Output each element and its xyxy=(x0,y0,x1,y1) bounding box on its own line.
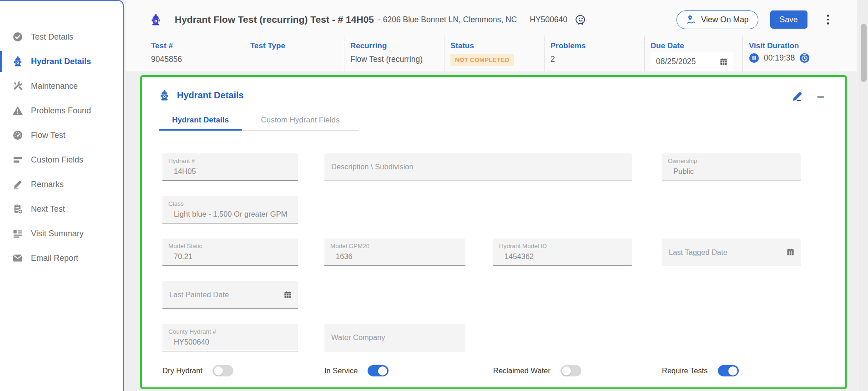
warning-icon xyxy=(12,105,23,116)
tab-custom-hydrant-fields[interactable]: Custom Hydrant Fields xyxy=(242,110,358,131)
recurring-value: Flow Test (recurring) xyxy=(350,55,444,65)
info-label: Due Date xyxy=(651,41,742,51)
class-field[interactable]: Class Light blue - 1,500 Or greater GPM xyxy=(162,196,298,223)
view-on-map-label: View On Map xyxy=(701,15,749,25)
field-placeholder: Description \ Subdivision xyxy=(331,162,414,171)
sidebar-item-hydrant-details[interactable]: Hydrant Details xyxy=(0,49,123,74)
model-static-field[interactable]: Model Static 70.21 xyxy=(162,239,298,266)
field-label: Class xyxy=(162,196,298,207)
card-title-text: Hydrant Details xyxy=(177,90,244,101)
sidebar-item-label: Next Test xyxy=(31,204,65,214)
vertical-scrollbar[interactable] xyxy=(859,0,868,391)
toggle-label: Reclaimed Water xyxy=(493,366,550,375)
require-tests-toggle[interactable] xyxy=(718,365,739,376)
sidebar-item-problems-found[interactable]: Problems Found xyxy=(0,98,123,123)
edit-pencil-icon[interactable] xyxy=(791,90,803,104)
last-tagged-date-field[interactable]: Last Tagged Date xyxy=(662,239,801,266)
more-options-kebab-icon[interactable] xyxy=(824,12,832,27)
sidebar-item-label: Flow Test xyxy=(31,131,66,140)
summary-icon xyxy=(12,228,23,239)
model-gpm20-field[interactable]: Model GPM20 1636 xyxy=(324,239,465,266)
toggle-label: Dry Hydrant xyxy=(162,366,202,375)
in-service-toggle-group: In Service xyxy=(324,365,389,376)
hydrant-id: HY500640 xyxy=(530,15,567,25)
test-number-value: 9045856 xyxy=(151,55,244,65)
calendar-icon[interactable] xyxy=(719,57,728,66)
sidebar-item-label: Remarks xyxy=(31,180,64,189)
tab-hydrant-details[interactable]: Hydrant Details xyxy=(159,110,242,131)
save-button[interactable]: Save xyxy=(770,10,807,29)
field-label: Ownership xyxy=(662,153,801,164)
field-value: Light blue - 1,500 Or greater GPM xyxy=(162,207,298,218)
page-title: Hydrant Flow Test (recurring) Test - # 1… xyxy=(175,14,374,25)
field-value: HY500640 xyxy=(162,335,298,346)
gauge-icon xyxy=(12,130,23,141)
field-value: 70.21 xyxy=(162,249,298,261)
sidebar-item-label: Test Details xyxy=(31,32,73,42)
tools-icon xyxy=(12,81,23,91)
toggle-knob xyxy=(562,366,571,376)
last-painted-date-field[interactable]: Last Painted Date xyxy=(162,281,298,309)
view-on-map-button[interactable]: View On Map xyxy=(676,10,758,29)
calendar-icon[interactable] xyxy=(786,248,795,256)
sidebar-item-next-test[interactable]: Next Test xyxy=(0,197,123,221)
toggle-label: In Service xyxy=(324,366,358,375)
sidebar-item-remarks[interactable]: Remarks xyxy=(0,172,123,197)
scrollbar-thumb[interactable] xyxy=(861,24,867,82)
sidebar-item-label: Problems Found xyxy=(31,106,91,116)
sidebar-item-test-details[interactable]: Test Details xyxy=(0,25,123,49)
clock-icon[interactable] xyxy=(799,53,810,63)
info-label: Test # xyxy=(151,41,244,51)
field-placeholder: Last Painted Date xyxy=(169,290,229,299)
sidebar-item-label: Maintenance xyxy=(31,81,78,91)
hydrant-icon xyxy=(150,13,162,27)
hydrant-icon xyxy=(12,56,23,67)
toggle-knob xyxy=(378,366,387,376)
card-title: Hydrant Details xyxy=(159,89,244,102)
pencil-icon xyxy=(12,179,23,190)
field-value: 1454362 xyxy=(493,249,632,261)
sidebar-item-custom-fields[interactable]: Custom Fields xyxy=(0,147,123,172)
field-label: County Hydrant # xyxy=(162,324,298,335)
dry-hydrant-toggle-group: Dry Hydrant xyxy=(162,365,233,376)
collapse-minus-icon[interactable] xyxy=(817,96,824,98)
visit-duration-value: 00:19:38 xyxy=(764,53,795,63)
field-value: 14H05 xyxy=(162,164,298,176)
toggle-knob xyxy=(728,366,737,376)
sidebar: Test Details Hydrant Details Maintenance… xyxy=(0,0,124,391)
sidebar-item-email-report[interactable]: Email Report xyxy=(0,246,123,270)
hydrant-model-id-field[interactable]: Hydrant Model ID 1454362 xyxy=(493,239,632,266)
hydrant-number-field[interactable]: Hydrant # 14H05 xyxy=(162,153,298,181)
check-circle-icon xyxy=(12,31,23,42)
header-row: Hydrant Flow Test (recurring) Test - # 1… xyxy=(126,0,857,36)
info-col-status: Status NOT COMPLETED xyxy=(444,36,544,71)
sidebar-item-label: Visit Summary xyxy=(31,229,84,239)
waze-icon[interactable] xyxy=(575,14,587,26)
field-value: Public xyxy=(662,164,801,176)
sidebar-item-maintenance[interactable]: Maintenance xyxy=(0,74,123,98)
ownership-field[interactable]: Ownership Public xyxy=(662,153,801,181)
reclaimed-water-toggle[interactable] xyxy=(560,365,581,376)
dry-hydrant-toggle[interactable] xyxy=(212,365,233,376)
pause-icon[interactable] xyxy=(749,53,759,63)
sidebar-item-flow-test[interactable]: Flow Test xyxy=(0,123,123,147)
in-service-toggle[interactable] xyxy=(368,365,389,376)
card-tabs: Hydrant Details Custom Hydrant Fields xyxy=(159,110,358,131)
hydrant-details-card: Hydrant Details Hydrant Details Custom H… xyxy=(140,75,847,389)
description-subdivision-field[interactable]: Description \ Subdivision xyxy=(324,153,632,181)
county-hydrant-number-field[interactable]: County Hydrant # HY500640 xyxy=(162,324,298,351)
due-date-value: 08/25/2025 xyxy=(656,57,696,66)
field-label: Hydrant # xyxy=(162,153,298,164)
toggle-knob xyxy=(214,366,223,376)
calendar-icon[interactable] xyxy=(283,290,292,299)
field-label: Model GPM20 xyxy=(324,239,465,249)
visit-duration: 00:19:38 xyxy=(749,53,857,63)
water-company-field[interactable]: Water Company xyxy=(324,324,465,351)
tab-label: Custom Hydrant Fields xyxy=(261,116,340,125)
envelope-icon xyxy=(12,253,23,264)
due-date-field[interactable]: 08/25/2025 xyxy=(651,52,733,71)
test-type-value xyxy=(250,55,344,65)
info-col-recurring: Recurring Flow Test (recurring) xyxy=(344,36,444,71)
sidebar-item-visit-summary[interactable]: Visit Summary xyxy=(0,221,123,246)
info-col-test-number: Test # 9045856 xyxy=(126,36,244,71)
